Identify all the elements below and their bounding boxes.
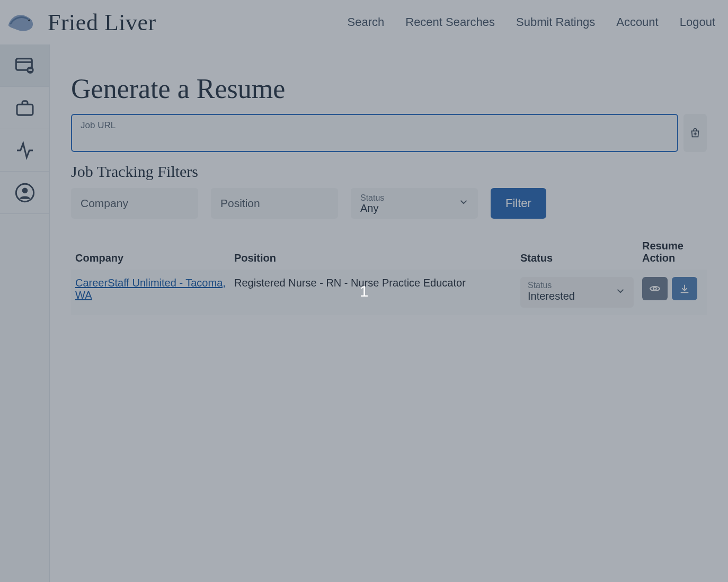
job-url-submit-button[interactable] (683, 114, 707, 152)
download-icon (679, 283, 690, 294)
svg-point-10 (653, 287, 656, 290)
nav-logout[interactable]: Logout (680, 15, 715, 29)
page-title: Generate a Resume (71, 73, 707, 104)
row-status-label: Status (528, 280, 626, 290)
job-url-input[interactable]: Job URL (71, 114, 678, 152)
main-content: Generate a Resume Job URL Job Tracking F… (50, 44, 728, 582)
user-circle-icon (14, 182, 35, 203)
resume-actions (642, 277, 703, 300)
sidebar (0, 44, 50, 582)
column-position: Position (230, 235, 516, 270)
brand-block: Fried Liver (0, 9, 156, 36)
eye-icon (649, 283, 661, 294)
nav-search[interactable]: Search (348, 15, 385, 29)
job-url-label: Job URL (81, 120, 669, 131)
filter-status-select[interactable]: Status Any (351, 188, 478, 219)
svg-point-7 (22, 187, 28, 193)
row-status-select[interactable]: Status Interested (520, 277, 634, 308)
nav-submit-ratings[interactable]: Submit Ratings (516, 15, 595, 29)
filters-title: Job Tracking Filters (71, 163, 707, 181)
brand-title: Fried Liver (48, 9, 156, 36)
top-nav: Search Recent Searches Submit Ratings Ac… (348, 15, 715, 29)
filter-company-label: Company (81, 197, 128, 210)
column-company: Company (71, 235, 230, 270)
row-status-value: Interested (528, 290, 626, 302)
jobs-table: Company Position Status Resume Action Ca… (71, 235, 707, 315)
filter-status-label: Status (360, 194, 384, 202)
svg-point-0 (28, 19, 30, 21)
sidebar-item-jobs[interactable] (0, 87, 49, 129)
job-url-row: Job URL (71, 114, 707, 152)
filter-position-label: Position (220, 197, 260, 210)
activity-icon (14, 140, 35, 161)
position-cell: Registered Nurse - RN - Nurse Practice E… (230, 270, 516, 315)
column-resume-action: Resume Action (638, 235, 707, 270)
column-status: Status (516, 235, 638, 270)
nav-account[interactable]: Account (616, 15, 659, 29)
window-minus-icon (14, 55, 35, 76)
filters-row: Company Position Status Any Filter (71, 188, 707, 219)
sidebar-item-profile[interactable] (0, 172, 49, 214)
chevron-down-icon (615, 285, 626, 300)
nav-recent-searches[interactable]: Recent Searches (405, 15, 495, 29)
download-resume-button[interactable] (672, 277, 697, 300)
company-link[interactable]: CareerStaff Unlimited - Tacoma, WA (75, 277, 226, 301)
bird-logo-icon (5, 9, 37, 35)
filter-button[interactable]: Filter (491, 188, 546, 219)
header: Fried Liver Search Recent Searches Submi… (0, 0, 728, 44)
filter-company-input[interactable]: Company (71, 188, 198, 219)
filter-position-input[interactable]: Position (211, 188, 338, 219)
bag-plus-icon (689, 127, 701, 139)
svg-rect-5 (17, 104, 33, 115)
briefcase-icon (14, 97, 35, 119)
sidebar-item-activity[interactable] (0, 129, 49, 172)
table-row: CareerStaff Unlimited - Tacoma, WA Regis… (71, 270, 707, 315)
filter-status-value: Any (360, 202, 378, 214)
sidebar-item-resume-generator[interactable] (0, 44, 49, 87)
chevron-down-icon (458, 196, 469, 211)
view-resume-button[interactable] (642, 277, 668, 300)
